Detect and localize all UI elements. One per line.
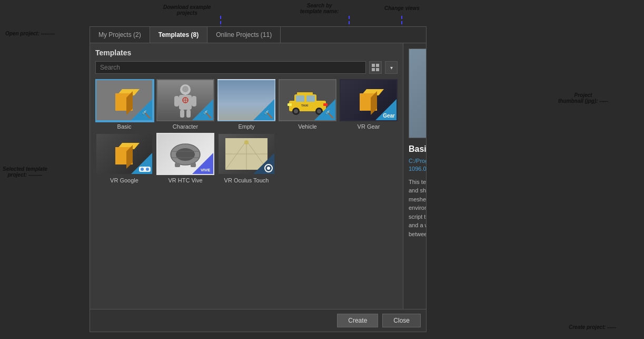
info-description: This template has a basic level with uni… [409, 178, 426, 239]
svg-rect-17 [306, 95, 315, 102]
svg-point-27 [141, 168, 144, 171]
hammer-icon-vehicle: 🔨 [325, 110, 334, 119]
view-dropdown-button[interactable]: ▾ [385, 61, 398, 74]
svg-point-43 [267, 167, 270, 170]
hammer-icon-basic: 🔨 [142, 110, 151, 119]
template-item-basic[interactable]: 🔨 Basic [95, 79, 153, 130]
grid-view-button[interactable] [369, 61, 382, 74]
svg-point-41 [244, 140, 249, 144]
template-label-vr-htc: VR HTC Vive [168, 177, 202, 183]
annotation-openproject: Open project: -------- [5, 31, 55, 36]
panel-title: Templates [95, 49, 398, 57]
template-item-character[interactable]: 🔨 Character [156, 79, 214, 130]
oculus-room [225, 138, 267, 170]
main-dialog: My Projects (2) Templates (8) Online Pro… [90, 26, 427, 332]
htc-vive-device [167, 140, 204, 169]
annotation-selectedtemplate: Selected templateproject: -------- [3, 166, 47, 178]
toolbar: ▾ [95, 61, 398, 74]
svg-text:VIVE: VIVE [201, 168, 211, 172]
svg-rect-22 [288, 103, 292, 106]
template-item-vehicle[interactable]: TAXI 🔨 Vehicle [279, 79, 336, 130]
template-grid: 🔨 Basic [95, 79, 398, 183]
template-label-empty: Empty [238, 123, 254, 130]
template-label-vr-gear: VR Gear [358, 123, 380, 130]
vehicle-car: TAXI [286, 86, 329, 115]
google-vr-icon [139, 166, 151, 172]
create-button[interactable]: Create [337, 314, 378, 327]
character-figure [172, 83, 199, 118]
vive-badge: VIVE [200, 166, 212, 172]
svg-rect-23 [323, 103, 328, 106]
svg-point-10 [182, 86, 189, 92]
template-item-vr-gear[interactable]: Gear VR Gear [340, 79, 398, 130]
svg-rect-7 [192, 96, 196, 106]
info-name: Basic [409, 144, 426, 154]
tab-online-projects[interactable]: Online Projects (11) [207, 27, 281, 43]
svg-rect-3 [376, 68, 379, 71]
template-label-vehicle: Vehicle [298, 123, 316, 130]
template-item-vr-oculus[interactable]: VR Oculus Touch [217, 133, 275, 183]
svg-text:TAXI: TAXI [301, 104, 309, 107]
svg-rect-1 [376, 64, 379, 67]
oculus-icon [264, 164, 273, 172]
annotation-search: Search bytemplate name: [300, 3, 339, 14]
svg-rect-6 [174, 96, 179, 106]
tab-templates[interactable]: Templates (8) [150, 27, 207, 43]
template-label-character: Character [173, 123, 198, 130]
annotation-createproject: Create project: ----- [569, 324, 616, 330]
svg-rect-33 [175, 163, 180, 167]
svg-rect-24 [297, 92, 313, 95]
svg-rect-16 [296, 95, 304, 102]
svg-rect-29 [144, 168, 146, 170]
project-thumbnail: 🔨 [409, 49, 426, 138]
svg-point-21 [317, 109, 321, 113]
svg-rect-34 [191, 163, 196, 167]
hammer-icon-character: 🔨 [203, 110, 212, 119]
template-label-vr-google: VR Google [110, 177, 138, 183]
annotation-download: Download exampleprojects [163, 4, 211, 16]
hammer-icon-empty: 🔨 [264, 110, 273, 119]
annotation-changeviews: Change views [384, 5, 420, 11]
info-panel: 🔨 Basic C:/Program Files/Autodesk/Stingr… [403, 43, 426, 309]
template-item-vr-google[interactable]: VR Google [95, 133, 153, 183]
search-input[interactable] [95, 61, 366, 74]
template-label-vr-oculus: VR Oculus Touch [224, 177, 269, 183]
templates-panel: Templates ▾ [90, 43, 403, 309]
close-button[interactable]: Close [382, 314, 421, 327]
dialog-content: Templates ▾ [90, 43, 426, 309]
tab-bar: My Projects (2) Templates (8) Online Pro… [90, 27, 426, 43]
svg-rect-2 [372, 68, 375, 71]
tab-my-projects[interactable]: My Projects (2) [90, 27, 150, 43]
annotation-thumbnail: Projectthumbnail (jpg): ----- [558, 92, 608, 104]
svg-point-31 [176, 148, 195, 161]
svg-rect-0 [372, 64, 375, 67]
bottom-bar: Create Close [90, 309, 426, 332]
vr-badge-gear: Gear [383, 113, 395, 119]
grid-icon [372, 64, 379, 71]
template-label-basic: Basic [117, 123, 132, 130]
info-path: C:/Program Files/Autodesk/Stingray/1.7.1… [409, 157, 426, 173]
svg-rect-9 [186, 110, 191, 118]
svg-rect-8 [180, 110, 184, 118]
svg-point-28 [146, 168, 149, 171]
svg-point-19 [294, 109, 298, 113]
template-item-empty[interactable]: 🔨 Empty [217, 79, 275, 130]
template-item-vr-htc[interactable]: VIVE VR HTC Vive [156, 133, 214, 183]
